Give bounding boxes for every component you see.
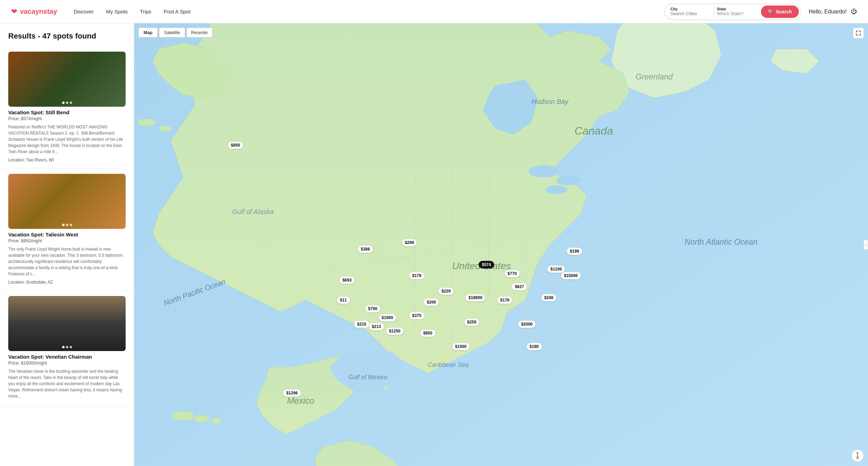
listing-price-taliesin: Price: $950/night: [8, 238, 126, 243]
price-marker-m17[interactable]: $178: [497, 296, 512, 304]
price-marker-m15[interactable]: $11: [337, 296, 350, 304]
price-marker-m18[interactable]: $18900: [465, 294, 485, 301]
price-marker-m3[interactable]: $299: [402, 239, 417, 246]
search-button[interactable]: 🔍 Search: [761, 6, 799, 18]
dot-2-3: [70, 224, 72, 226]
map-expand-btn[interactable]: ›: [864, 240, 868, 250]
listing-title-taliesin: Vacation Spot: Taliesin West: [8, 232, 126, 237]
fullscreen-btn[interactable]: [853, 28, 864, 39]
logo-icon: ❤: [11, 7, 17, 16]
listing-image-still-bend: [8, 52, 126, 107]
map-area: Map Satellite Recenter: [134, 23, 868, 466]
price-marker-m5[interactable]: $693: [339, 276, 355, 284]
dot-2-2: [66, 224, 68, 226]
main-content: Results - 47 spots found Vacation Spot: …: [0, 23, 868, 466]
dot-2-1: [62, 224, 64, 226]
listing-location-still-bend: Location: Two Rivers, WI: [8, 158, 126, 162]
nav-my-spots[interactable]: My Spots: [106, 9, 128, 14]
state-select[interactable]: Which State? Alabama Alaska Arizona Cali…: [717, 11, 758, 16]
person-icon: 🚶: [854, 452, 861, 459]
main-nav: Discover My Spots Trips Post A Spot: [74, 9, 190, 14]
city-label: City: [670, 7, 708, 11]
power-icon[interactable]: ⏻: [851, 8, 857, 15]
dot-3-1: [62, 346, 64, 348]
price-marker-m28[interactable]: $180: [527, 343, 542, 350]
map-controls: Map Satellite Recenter: [138, 28, 212, 38]
price-marker-m23[interactable]: $213: [369, 323, 384, 330]
listing-image-venetian: [8, 296, 126, 351]
results-title: Results - 47 spots found: [8, 32, 126, 41]
price-marker-m29[interactable]: $1296: [283, 389, 301, 397]
listing-description-still-bend: Featured on Netflix's THE WORLDS MOST AM…: [8, 124, 126, 155]
image-dots-3: [62, 346, 72, 348]
listing-price-venetian: Price: $16000/night: [8, 360, 126, 366]
map-background: Canada United States Mexico Greenland Hu…: [134, 23, 868, 466]
price-marker-m26[interactable]: $2000: [518, 320, 536, 328]
listing-title-still-bend: Vacation Spot: Still Bend: [8, 109, 126, 115]
greeting-text: Hello, Eduardo!: [809, 9, 847, 15]
listing-description-venetian: The Venetian tower is the bustling epice…: [8, 368, 126, 399]
listing-price-still-bend: Price: $574/night: [8, 116, 126, 121]
price-marker-m22[interactable]: $215: [354, 320, 370, 328]
header: ❤ vacaynstay Discover My Spots Trips Pos…: [0, 0, 868, 23]
price-marker-m20[interactable]: $1600: [379, 314, 396, 321]
listing-card-still-bend[interactable]: Vacation Spot: Still Bend Price: $574/ni…: [0, 46, 134, 168]
dot-1-2: [66, 102, 68, 104]
listing-image-taliesin: [8, 174, 126, 229]
sidebar: Results - 47 spots found Vacation Spot: …: [0, 23, 134, 466]
dot-1-1: [62, 102, 64, 104]
logo-area[interactable]: ❤ vacaynstay: [11, 7, 57, 16]
state-field: State Which State? Alabama Alaska Arizon…: [714, 6, 761, 17]
city-field: City: [670, 6, 714, 17]
price-marker-m14[interactable]: $200: [424, 298, 439, 306]
dot-1-3: [70, 102, 72, 104]
price-marker-m7[interactable]: $770: [505, 270, 520, 277]
listing-location-taliesin: Location: Scottsdale, AZ: [8, 280, 126, 285]
price-marker-m9[interactable]: $1100: [547, 265, 565, 273]
dot-3-3: [70, 346, 72, 348]
price-marker-m21[interactable]: $255: [464, 318, 479, 326]
street-view-btn[interactable]: 🚶: [851, 449, 864, 462]
recenter-btn[interactable]: Recenter: [187, 28, 212, 38]
price-marker-m2[interactable]: $386: [358, 245, 373, 253]
image-dots-1: [62, 102, 72, 104]
listing-card-taliesin-west[interactable]: Vacation Spot: Taliesin West Price: $950…: [0, 168, 134, 290]
image-dots-2: [62, 224, 72, 226]
price-marker-m27[interactable]: $1500: [452, 343, 469, 350]
price-marker-m11[interactable]: $627: [512, 283, 527, 290]
search-button-label: Search: [776, 9, 792, 14]
expand-icon: ›: [865, 243, 866, 247]
nav-post-a-spot[interactable]: Post A Spot: [164, 9, 191, 14]
price-marker-m16[interactable]: $750: [365, 305, 381, 313]
price-marker-m4[interactable]: $574: [479, 261, 494, 268]
price-marker-m12[interactable]: $246: [541, 294, 557, 301]
header-right: Hello, Eduardo! ⏻: [809, 8, 857, 15]
nav-trips[interactable]: Trips: [140, 9, 151, 14]
satellite-view-btn[interactable]: Satellite: [159, 28, 185, 38]
nav-discover[interactable]: Discover: [74, 9, 94, 14]
search-icon: 🔍: [768, 9, 774, 14]
dot-3-2: [66, 346, 68, 348]
price-marker-m8[interactable]: $199: [567, 247, 582, 255]
price-marker-m19[interactable]: $375: [409, 312, 424, 319]
listing-description-taliesin: The only Frank Lloyd Wright home built i…: [8, 246, 126, 277]
price-marker-m10[interactable]: $15000: [561, 272, 581, 279]
logo-text: vacaynstay: [20, 8, 57, 15]
listing-card-venetian[interactable]: Vacation Spot: Venetian Chairman Price: …: [0, 290, 134, 408]
price-marker-m6[interactable]: $179: [409, 272, 424, 279]
listing-title-venetian: Vacation Spot: Venetian Chairman: [8, 354, 126, 360]
state-label: State: [717, 7, 758, 11]
map-view-btn[interactable]: Map: [138, 28, 158, 38]
city-input[interactable]: [670, 11, 708, 16]
results-header: Results - 47 spots found: [0, 23, 134, 46]
search-area: City State Which State? Alabama Alaska A…: [665, 4, 801, 20]
price-marker-m24[interactable]: $1250: [386, 327, 403, 335]
price-marker-m25[interactable]: $950: [420, 329, 435, 337]
price-marker-m13[interactable]: $229: [438, 287, 454, 295]
price-marker-m1[interactable]: $850: [228, 141, 243, 149]
